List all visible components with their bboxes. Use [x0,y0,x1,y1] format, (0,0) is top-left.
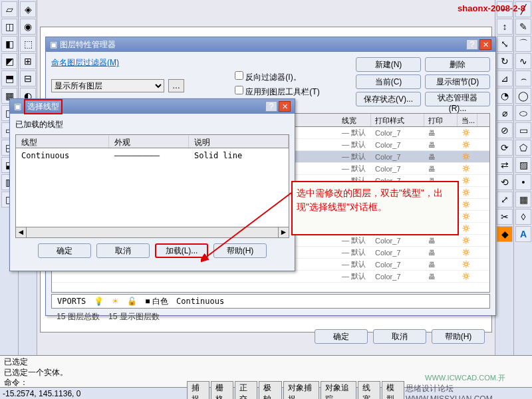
tool-icon[interactable]: ⌀ [497,105,513,121]
layer-count-status: 15 图层总数 15 显示图层数 [51,309,490,325]
linetype-preview: ──────── [109,150,189,162]
tool-icon[interactable]: ▱ [1,1,17,17]
filter-label[interactable]: 命名图层过滤器(M) [51,57,119,68]
toolbar-right-1: ╱ ✎ ⌒ ∿ ⌢ ◯ ⬭ ▭ ⬠ ▨ • ▦ ◊ A [513,0,532,372]
tool-icon[interactable]: ⌢ [515,70,531,86]
tool-icon[interactable]: ↻ [497,53,513,69]
tool-icon[interactable]: ⤡ [497,36,513,52]
color-swatch[interactable]: ■ 白色 [145,296,168,307]
save-state-button[interactable]: 保存状态(V)... [356,92,421,106]
mode-toggle[interactable]: 捕捉 [187,381,209,400]
status-bar: -15.2574, 145.1136, 0 捕捉栅格正交极轴对象捕捉对象追踪线宽… [0,387,532,399]
annotation-box: 选中需修改的图层，双击"线型"，出现"选择线型"对话框。 [291,181,459,235]
app-icon: ▣ [50,40,57,49]
invert-filter-checkbox[interactable]: 反向过滤器(I)。 [235,71,320,83]
tool-icon[interactable]: ⊘ [497,122,513,138]
apply-toolbar-checkbox[interactable]: 应用到图层工具栏(T) [235,86,320,98]
filter-button[interactable]: … [168,79,184,92]
help-icon[interactable]: ? [466,39,478,50]
tool-icon[interactable]: ⇄ [497,157,513,173]
load-button[interactable]: 加载(L)... [155,243,208,258]
tool-icon[interactable]: ⊿ [497,70,513,86]
coordinates: -15.2574, 145.1136, 0 [0,389,107,398]
vports-row[interactable]: VPORTS 💡 ☀ 🔓 ■ 白色 Continuous [51,294,490,309]
close-icon[interactable]: ✕ [479,39,491,50]
tool-icon[interactable]: ▨ [515,157,531,173]
ok-button[interactable]: 确定 [38,243,91,258]
linetype-header: 线型 外观 说明 [16,135,289,148]
help-button[interactable]: 帮助(H) [432,329,485,344]
tool-icon[interactable]: • [515,174,531,190]
tool-icon[interactable]: ◔ [497,88,513,104]
tool-icon[interactable]: ▭ [515,122,531,138]
mode-toggle[interactable]: 模型 [382,381,404,400]
tool-icon[interactable]: ◫ [1,19,17,35]
delete-button[interactable]: 删除 [425,57,490,72]
watermark-2: WWW.ICWCAD.COM.开 [425,373,505,383]
dialog-title: 图层特性管理器 [60,39,116,51]
tool-icon[interactable]: ⬚ [20,36,36,52]
linetype-list[interactable]: 线型 外观 说明 Continuous ──────── Solid line [15,134,289,227]
tool-icon[interactable]: ⊞ [20,53,36,69]
mode-toggle[interactable]: 栅格 [211,381,233,400]
tool-icon[interactable]: ⌒ [515,36,531,52]
tool-icon[interactable]: ◯ [515,88,531,104]
scrollbar[interactable]: ◄► [15,227,289,238]
toolbar-right-2: ↔ ↕ ⤡ ↻ ⊿ ◔ ⌀ ⊘ ⟳ ⇄ ⟲ ⤢ ✂ ◆ [495,0,513,372]
tool-icon[interactable]: ◆ [497,226,513,242]
tool-icon[interactable]: ◉ [20,19,36,35]
dialog-title: 选择线型 [24,99,63,114]
state-mgr-button[interactable]: 状态管理器(R)... [425,92,490,106]
tool-icon[interactable]: ∿ [515,53,531,69]
dialog-titlebar[interactable]: ▣图层特性管理器 ?✕ [46,37,495,52]
tool-icon[interactable]: ↕ [497,19,513,35]
filter-select[interactable]: 显示所有图层 [51,79,164,92]
tool-icon[interactable]: ⊟ [20,70,36,86]
tool-icon[interactable]: ⟳ [497,140,513,156]
tool-icon[interactable]: ⤢ [497,192,513,207]
cancel-button[interactable]: 取消 [96,243,150,258]
mode-toggle[interactable]: 线宽 [358,381,380,400]
tool-icon[interactable]: ◧ [1,36,17,52]
help-button[interactable]: 帮助(H) [213,243,267,258]
watermark: shaonx-2008-2-8 [458,3,525,13]
mode-toggle[interactable]: 正交 [235,381,257,400]
ok-button[interactable]: 确定 [315,329,368,344]
tool-icon[interactable]: ◈ [20,1,36,17]
tool-icon[interactable]: ⟲ [497,174,513,190]
sun-icon[interactable]: ☀ [112,297,119,306]
tool-icon[interactable]: A [515,226,531,242]
tool-icon[interactable]: ⬒ [1,70,17,86]
close-icon[interactable]: ✕ [279,101,291,112]
tool-icon[interactable]: ◊ [515,209,531,225]
footer-link: 思绪设计论坛 WWW.MISSYUAN.COM [406,383,532,399]
loaded-label: 已加载的线型 [15,119,289,130]
tool-icon[interactable]: ⬭ [515,105,531,121]
linetype-row[interactable]: Continuous ──────── Solid line [16,148,289,163]
help-icon[interactable]: ? [265,101,277,112]
lock-icon[interactable]: 🔓 [127,297,137,306]
tool-icon[interactable]: ✂ [497,209,513,225]
tool-icon[interactable]: ◩ [1,53,17,69]
dialog-titlebar[interactable]: ▣选择线型 ?✕ [10,99,295,114]
mode-toggle[interactable]: 极轴 [259,381,281,400]
linetype-dialog: ▣选择线型 ?✕ 已加载的线型 线型 外观 说明 Continuous ────… [9,98,295,271]
tool-icon[interactable]: ⬠ [515,140,531,156]
tool-icon[interactable]: ✎ [515,19,531,35]
cancel-button[interactable]: 取消 [373,329,426,344]
current-button[interactable]: 当前(C) [356,74,421,89]
detail-button[interactable]: 显示细节(D) [425,74,490,89]
layer-row[interactable]: — 默认Color_7🖶🔅 [52,271,489,283]
tool-icon[interactable]: ▦ [515,192,531,207]
mode-toggle[interactable]: 对象捕捉 [283,381,319,400]
new-button[interactable]: 新建(N) [356,57,421,72]
bulb-icon[interactable]: 💡 [94,297,104,306]
app-icon: ▣ [14,102,21,111]
mode-toggle[interactable]: 对象追踪 [321,381,356,400]
